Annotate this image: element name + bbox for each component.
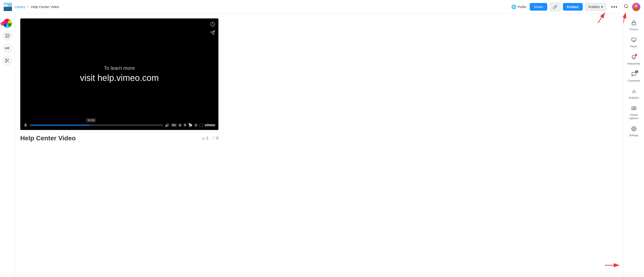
right-sidebar: Privacy Player Interactivity — [623, 14, 644, 277]
closed-captions-icon — [631, 106, 636, 112]
svg-line-19 — [6, 60, 7, 60]
share-button[interactable]: Share — [530, 3, 547, 10]
color-wheel-tool[interactable] — [2, 18, 12, 28]
sidebar-item-comments[interactable]: 0 Comments — [624, 69, 644, 85]
video-top-controls — [210, 22, 215, 36]
cc-button[interactable]: CC — [171, 124, 177, 127]
video-content: To learn more visit help.vimeo.com — [20, 18, 218, 130]
comments-badge: 0 — [635, 70, 638, 73]
sidebar-item-settings[interactable]: Settings — [624, 124, 644, 140]
header: Library > Help Center Video 🌐 Public Sha… — [0, 0, 644, 14]
play-count: ▷ 1 — [202, 136, 208, 140]
theater-mode-button[interactable]: ⊞ — [178, 123, 182, 127]
publish-chevron-icon: ▾ — [601, 5, 603, 9]
svg-line-18 — [8, 61, 9, 62]
scissors-tool[interactable] — [2, 56, 12, 66]
like-count: ♡ 0 — [212, 136, 218, 140]
svg-line-5 — [627, 7, 628, 8]
main-layout: GIF To learn more visit help.vimeo.com — [0, 14, 644, 277]
settings-label: Settings — [629, 134, 638, 137]
gif-tool[interactable]: GIF — [2, 43, 12, 53]
player-label: Player — [630, 45, 637, 48]
link-icon: 🔗 — [552, 4, 558, 9]
privacy-label: Privacy — [630, 28, 638, 31]
video-right-controls: 🔊 CC ⊞ ⚙ 📡 ⊟ ⛶ vimeo — [165, 123, 215, 127]
svg-rect-23 — [632, 22, 636, 25]
svg-point-16 — [5, 61, 7, 63]
settings-icon — [631, 126, 636, 133]
breadcrumb-current: Help Center Video — [31, 5, 59, 9]
volume-icon[interactable]: 🔊 — [165, 123, 169, 127]
player-icon — [631, 37, 636, 44]
svg-point-7 — [634, 8, 639, 11]
progress-bar[interactable]: 19:26 — [30, 125, 163, 126]
video-text-small: To learn more — [104, 65, 135, 71]
sidebar-item-privacy[interactable]: Privacy — [624, 18, 644, 34]
breadcrumb: Library > Help Center Video — [15, 5, 59, 9]
sidebar-item-interactivity[interactable]: Interactivity — [624, 52, 644, 68]
svg-point-31 — [633, 128, 634, 130]
settings-video-button[interactable]: ⚙ — [184, 123, 186, 127]
interactivity-badge — [635, 54, 637, 56]
watch-later-button[interactable] — [210, 22, 215, 28]
publish-label: Publish — [588, 5, 600, 9]
gif-label: GIF — [5, 47, 10, 50]
progress-fill — [30, 125, 90, 126]
heart-icon: ♡ — [212, 136, 216, 140]
svg-point-6 — [634, 4, 638, 8]
svg-rect-30 — [632, 107, 636, 110]
share-video-button[interactable] — [210, 30, 215, 36]
sidebar-item-analytics[interactable]: Analytics — [624, 86, 644, 102]
svg-point-14 — [6, 35, 7, 36]
analytics-label: Analytics — [628, 96, 639, 99]
visibility-label: Public — [518, 5, 526, 9]
sidebar-item-player[interactable]: Player — [624, 34, 644, 51]
left-sidebar: GIF — [0, 14, 15, 277]
svg-point-15 — [5, 59, 7, 60]
comments-label: Comments — [628, 79, 640, 82]
image-tool[interactable] — [2, 31, 12, 40]
publish-button[interactable]: Publish ▾ — [585, 3, 606, 11]
video-title: Help Center Video — [20, 134, 76, 142]
lock-icon — [631, 20, 636, 27]
svg-point-4 — [624, 4, 628, 8]
vimeo-logo: vimeo — [204, 123, 215, 127]
svg-rect-2 — [4, 7, 12, 11]
interactivity-label: Interactivity — [628, 62, 640, 65]
play-icon: ▷ — [202, 136, 205, 140]
cast-button[interactable]: 📡 — [188, 123, 192, 127]
video-text-large: visit help.vimeo.com — [80, 73, 159, 83]
copy-link-button[interactable]: 🔗 — [550, 2, 560, 12]
avatar[interactable] — [632, 3, 640, 11]
pause-button[interactable]: ⏸ — [24, 123, 28, 128]
video-controls: ⏸ 19:26 🔊 CC ⊞ ⚙ 📡 ⊟ ⛶ vimeo — [20, 120, 218, 130]
video-stats: ▷ 1 ♡ 0 — [202, 136, 218, 140]
search-icon — [624, 4, 628, 8]
logo[interactable] — [4, 3, 12, 11]
interactivity-icon — [631, 54, 636, 61]
sidebar-item-closed-captions[interactable]: Closed captions — [624, 103, 644, 122]
closed-captions-label: Closed captions — [625, 113, 642, 120]
fullscreen-button[interactable]: ⛶ — [199, 123, 203, 127]
content-area: To learn more visit help.vimeo.com — [15, 14, 623, 277]
comments-icon: 0 — [631, 72, 636, 78]
header-actions: 🌐 Public Share 🔗 Embed Publish ▾ ••• — [511, 2, 640, 12]
time-tooltip: 19:26 — [86, 118, 96, 122]
breadcrumb-separator: > — [27, 5, 29, 9]
embed-button[interactable]: Embed — [563, 3, 583, 10]
breadcrumb-library[interactable]: Library — [15, 5, 25, 9]
video-info: Help Center Video ▷ 1 ♡ 0 — [20, 134, 218, 144]
video-player[interactable]: To learn more visit help.vimeo.com — [20, 18, 218, 130]
scissors-icon — [5, 58, 10, 63]
globe-icon: 🌐 — [511, 4, 516, 10]
visibility-badge[interactable]: 🌐 Public — [511, 4, 526, 10]
image-icon — [5, 34, 10, 38]
analytics-icon — [631, 89, 636, 95]
search-button[interactable] — [622, 2, 630, 11]
more-options-button[interactable]: ••• — [609, 2, 620, 11]
svg-rect-24 — [632, 38, 636, 41]
pip-button[interactable]: ⊟ — [194, 123, 198, 127]
